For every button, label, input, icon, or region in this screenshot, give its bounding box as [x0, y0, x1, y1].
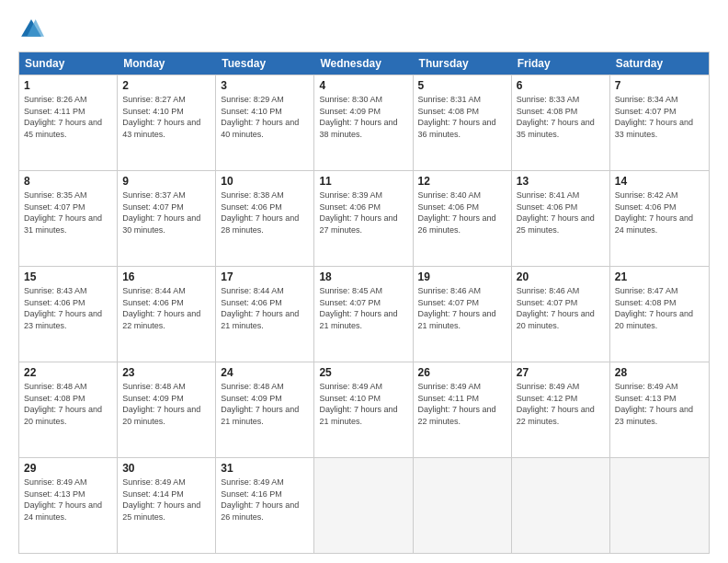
day-number: 18 — [319, 270, 407, 283]
calendar-cell: 6Sunrise: 8:33 AMSunset: 4:08 PMDaylight… — [512, 75, 610, 170]
calendar-week-2: 8Sunrise: 8:35 AMSunset: 4:07 PMDaylight… — [19, 170, 709, 266]
day-number: 6 — [517, 79, 605, 92]
day-info: Sunrise: 8:47 AMSunset: 4:08 PMDaylight:… — [615, 285, 704, 331]
calendar-cell: 7Sunrise: 8:34 AMSunset: 4:07 PMDaylight… — [610, 75, 709, 170]
day-number: 12 — [418, 175, 506, 188]
calendar-header-row: SundayMondayTuesdayWednesdayThursdayFrid… — [19, 52, 709, 75]
day-info: Sunrise: 8:48 AMSunset: 4:09 PMDaylight:… — [122, 381, 210, 427]
day-number: 30 — [122, 462, 210, 475]
day-info: Sunrise: 8:44 AMSunset: 4:06 PMDaylight:… — [221, 285, 309, 331]
calendar-cell: 1Sunrise: 8:26 AMSunset: 4:11 PMDaylight… — [19, 75, 118, 170]
day-number: 16 — [122, 270, 210, 283]
day-number: 21 — [615, 270, 704, 283]
day-info: Sunrise: 8:46 AMSunset: 4:07 PMDaylight:… — [418, 285, 506, 331]
calendar-week-3: 15Sunrise: 8:43 AMSunset: 4:06 PMDayligh… — [19, 266, 709, 362]
day-number: 10 — [221, 175, 309, 188]
calendar-cell — [314, 458, 413, 553]
day-number: 29 — [24, 462, 112, 475]
day-info: Sunrise: 8:43 AMSunset: 4:06 PMDaylight:… — [24, 285, 112, 331]
day-number: 14 — [615, 175, 704, 188]
calendar-cell: 13Sunrise: 8:41 AMSunset: 4:06 PMDayligh… — [512, 171, 610, 266]
calendar-cell: 31Sunrise: 8:49 AMSunset: 4:16 PMDayligh… — [216, 458, 314, 553]
day-number: 17 — [221, 270, 309, 283]
day-number: 25 — [319, 366, 407, 379]
day-number: 1 — [24, 79, 112, 92]
day-number: 13 — [517, 175, 605, 188]
calendar-cell: 25Sunrise: 8:49 AMSunset: 4:10 PMDayligh… — [314, 362, 413, 457]
day-info: Sunrise: 8:49 AMSunset: 4:12 PMDaylight:… — [517, 381, 605, 427]
calendar-cell: 18Sunrise: 8:45 AMSunset: 4:07 PMDayligh… — [314, 267, 413, 362]
day-number: 8 — [24, 175, 112, 188]
logo-icon — [18, 17, 44, 42]
calendar-cell: 3Sunrise: 8:29 AMSunset: 4:10 PMDaylight… — [216, 75, 314, 170]
day-number: 2 — [122, 79, 210, 92]
calendar-week-1: 1Sunrise: 8:26 AMSunset: 4:11 PMDaylight… — [19, 75, 709, 170]
day-number: 19 — [418, 270, 506, 283]
day-info: Sunrise: 8:35 AMSunset: 4:07 PMDaylight:… — [24, 190, 112, 236]
calendar-cell: 19Sunrise: 8:46 AMSunset: 4:07 PMDayligh… — [414, 267, 512, 362]
calendar-cell: 26Sunrise: 8:49 AMSunset: 4:11 PMDayligh… — [414, 362, 512, 457]
day-header-monday: Monday — [118, 52, 216, 75]
day-info: Sunrise: 8:49 AMSunset: 4:11 PMDaylight:… — [418, 381, 506, 427]
calendar-cell: 10Sunrise: 8:38 AMSunset: 4:06 PMDayligh… — [216, 171, 314, 266]
day-header-friday: Friday — [512, 52, 610, 75]
day-info: Sunrise: 8:37 AMSunset: 4:07 PMDaylight:… — [122, 190, 210, 236]
day-info: Sunrise: 8:49 AMSunset: 4:13 PMDaylight:… — [24, 477, 112, 523]
day-number: 28 — [615, 366, 704, 379]
day-number: 4 — [319, 79, 407, 92]
day-number: 11 — [319, 175, 407, 188]
day-header-sunday: Sunday — [19, 52, 118, 75]
calendar-cell — [610, 458, 709, 553]
day-number: 3 — [221, 79, 309, 92]
day-info: Sunrise: 8:41 AMSunset: 4:06 PMDaylight:… — [517, 190, 605, 236]
day-info: Sunrise: 8:40 AMSunset: 4:06 PMDaylight:… — [418, 190, 506, 236]
calendar-cell: 14Sunrise: 8:42 AMSunset: 4:06 PMDayligh… — [610, 171, 709, 266]
day-info: Sunrise: 8:49 AMSunset: 4:16 PMDaylight:… — [221, 477, 309, 523]
logo — [18, 17, 48, 42]
day-info: Sunrise: 8:42 AMSunset: 4:06 PMDaylight:… — [615, 190, 704, 236]
calendar-cell: 12Sunrise: 8:40 AMSunset: 4:06 PMDayligh… — [414, 171, 512, 266]
calendar-week-5: 29Sunrise: 8:49 AMSunset: 4:13 PMDayligh… — [19, 457, 709, 553]
day-info: Sunrise: 8:31 AMSunset: 4:08 PMDaylight:… — [418, 94, 506, 140]
day-info: Sunrise: 8:33 AMSunset: 4:08 PMDaylight:… — [517, 94, 605, 140]
calendar-cell: 22Sunrise: 8:48 AMSunset: 4:08 PMDayligh… — [19, 362, 118, 457]
calendar: SundayMondayTuesdayWednesdayThursdayFrid… — [18, 52, 710, 554]
day-number: 22 — [24, 366, 112, 379]
day-info: Sunrise: 8:45 AMSunset: 4:07 PMDaylight:… — [319, 285, 407, 331]
calendar-cell: 21Sunrise: 8:47 AMSunset: 4:08 PMDayligh… — [610, 267, 709, 362]
calendar-week-4: 22Sunrise: 8:48 AMSunset: 4:08 PMDayligh… — [19, 362, 709, 457]
day-info: Sunrise: 8:27 AMSunset: 4:10 PMDaylight:… — [122, 94, 210, 140]
calendar-cell: 11Sunrise: 8:39 AMSunset: 4:06 PMDayligh… — [314, 171, 413, 266]
day-number: 27 — [517, 366, 605, 379]
day-info: Sunrise: 8:49 AMSunset: 4:10 PMDaylight:… — [319, 381, 407, 427]
calendar-cell: 24Sunrise: 8:48 AMSunset: 4:09 PMDayligh… — [216, 362, 314, 457]
page: SundayMondayTuesdayWednesdayThursdayFrid… — [0, 0, 728, 563]
calendar-cell: 5Sunrise: 8:31 AMSunset: 4:08 PMDaylight… — [414, 75, 512, 170]
calendar-cell: 8Sunrise: 8:35 AMSunset: 4:07 PMDaylight… — [19, 171, 118, 266]
day-info: Sunrise: 8:39 AMSunset: 4:06 PMDaylight:… — [319, 190, 407, 236]
calendar-cell: 27Sunrise: 8:49 AMSunset: 4:12 PMDayligh… — [512, 362, 610, 457]
day-info: Sunrise: 8:49 AMSunset: 4:13 PMDaylight:… — [615, 381, 704, 427]
day-header-thursday: Thursday — [414, 52, 512, 75]
day-info: Sunrise: 8:34 AMSunset: 4:07 PMDaylight:… — [615, 94, 704, 140]
calendar-cell: 23Sunrise: 8:48 AMSunset: 4:09 PMDayligh… — [118, 362, 216, 457]
calendar-cell — [512, 458, 610, 553]
day-info: Sunrise: 8:44 AMSunset: 4:06 PMDaylight:… — [122, 285, 210, 331]
day-number: 24 — [221, 366, 309, 379]
day-number: 7 — [615, 79, 704, 92]
day-info: Sunrise: 8:26 AMSunset: 4:11 PMDaylight:… — [24, 94, 112, 140]
day-info: Sunrise: 8:29 AMSunset: 4:10 PMDaylight:… — [221, 94, 309, 140]
calendar-cell: 29Sunrise: 8:49 AMSunset: 4:13 PMDayligh… — [19, 458, 118, 553]
day-info: Sunrise: 8:49 AMSunset: 4:14 PMDaylight:… — [122, 477, 210, 523]
calendar-cell — [414, 458, 512, 553]
calendar-cell: 2Sunrise: 8:27 AMSunset: 4:10 PMDaylight… — [118, 75, 216, 170]
calendar-cell: 20Sunrise: 8:46 AMSunset: 4:07 PMDayligh… — [512, 267, 610, 362]
day-number: 31 — [221, 462, 309, 475]
calendar-cell: 17Sunrise: 8:44 AMSunset: 4:06 PMDayligh… — [216, 267, 314, 362]
day-number: 26 — [418, 366, 506, 379]
header — [18, 17, 710, 42]
day-info: Sunrise: 8:38 AMSunset: 4:06 PMDaylight:… — [221, 190, 309, 236]
calendar-body: 1Sunrise: 8:26 AMSunset: 4:11 PMDaylight… — [19, 75, 709, 553]
day-info: Sunrise: 8:30 AMSunset: 4:09 PMDaylight:… — [319, 94, 407, 140]
day-info: Sunrise: 8:46 AMSunset: 4:07 PMDaylight:… — [517, 285, 605, 331]
